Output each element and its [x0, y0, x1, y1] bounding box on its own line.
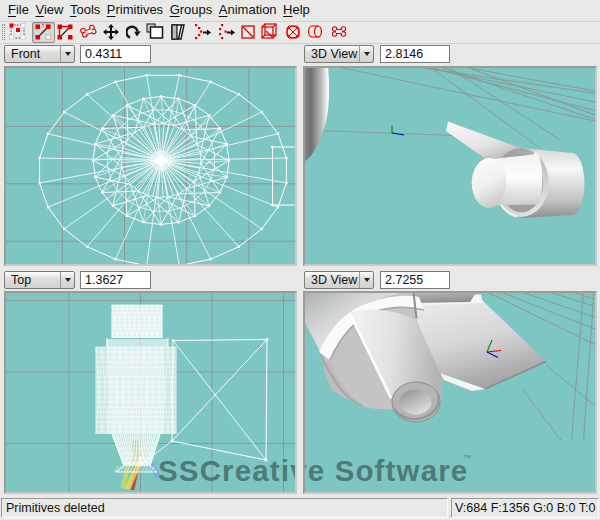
svg-text:SSCreative Software: SSCreative Software — [305, 454, 468, 487]
svg-text:™: ™ — [463, 453, 472, 463]
svg-text:SSCreative Software: SSCreative Software — [158, 454, 295, 487]
